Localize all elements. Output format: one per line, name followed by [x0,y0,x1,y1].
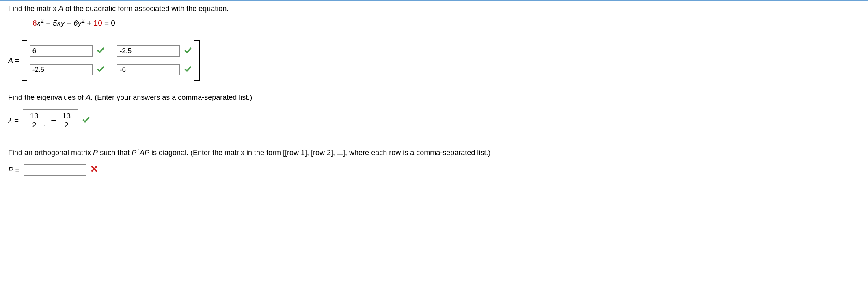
question-2-prompt: Find the eigenvalues of A. (Enter your a… [8,93,860,102]
cell-a21-wrap [30,64,105,75]
eq-plus: + [85,19,94,27]
lambda-label: λ = [8,116,19,125]
equation-display: 6x2 − 5xy − 6y2 + 10 = 0 [8,19,860,28]
check-icon [184,46,192,56]
cross-icon [91,165,98,175]
fraction-2: 13 2 [61,112,72,129]
eq-sup1: 2 [41,17,44,24]
ptap-ap: AP [140,149,149,157]
ptap-expression: PTAP [132,149,149,157]
bracket-left [22,40,27,81]
q3-mid: such that [98,149,132,157]
eq-sup2: 2 [82,17,85,24]
fraction-1: 13 2 [29,112,40,129]
matrix-input-a22[interactable] [117,64,180,75]
p-answer-row: P = [8,164,860,176]
bracket-right [194,40,200,81]
q2-prefix: Find the eigenvalues of [8,93,86,101]
equation-coef-2: 10 [94,19,102,27]
cell-a12-wrap [117,45,192,57]
q3-var: P [93,149,98,157]
lambda-answer-box[interactable]: 13 2 , − 13 2 [23,109,78,132]
p-input[interactable] [24,164,86,176]
q1-var: A [58,4,63,13]
matrix-label: A = [8,56,19,65]
frac1-num: 13 [29,112,40,121]
question-3-prompt: Find an orthogonal matrix P such that PT… [8,149,860,157]
minus-sign: − [50,115,57,126]
p-label: P = [8,166,19,175]
check-icon [82,116,90,126]
ptap-t: T [136,148,140,153]
check-icon [97,46,105,56]
q2-var: A [86,93,91,101]
frac2-num: 13 [61,112,72,121]
eq-tail: = 0 [102,19,115,27]
q1-text-suffix: of the quadratic form associated with th… [63,4,229,13]
eq-mid: − 5xy − 6y [44,19,82,27]
check-icon [184,65,192,75]
q2-suffix: . (Enter your answers as a comma-separat… [91,93,252,101]
check-icon [97,65,105,75]
q3-prefix: Find an orthogonal matrix [8,149,93,157]
q1-text-prefix: Find the matrix [8,4,58,13]
lambda-answer-row: λ = 13 2 , − 13 2 [8,109,860,132]
frac2-den: 2 [63,121,70,129]
matrix-input-a11[interactable] [30,45,93,57]
matrix-cells [27,40,194,81]
eq-x: x [37,19,41,27]
matrix-input-a21[interactable] [30,64,93,75]
cell-a11-wrap [30,45,105,57]
frac1-den: 2 [31,121,38,129]
ptap-p: P [132,149,136,157]
matrix-a-row: A = [8,40,860,81]
content-area: Find the matrix A of the quadratic form … [0,1,868,184]
equation-coef-1: 6 [32,19,37,27]
question-1-prompt: Find the matrix A of the quadratic form … [8,4,860,13]
q3-suffix: is diagonal. (Enter the matrix in the fo… [149,149,490,157]
matrix-a [22,40,200,81]
matrix-input-a12[interactable] [117,45,180,57]
cell-a22-wrap [117,64,192,75]
comma: , [44,119,46,129]
